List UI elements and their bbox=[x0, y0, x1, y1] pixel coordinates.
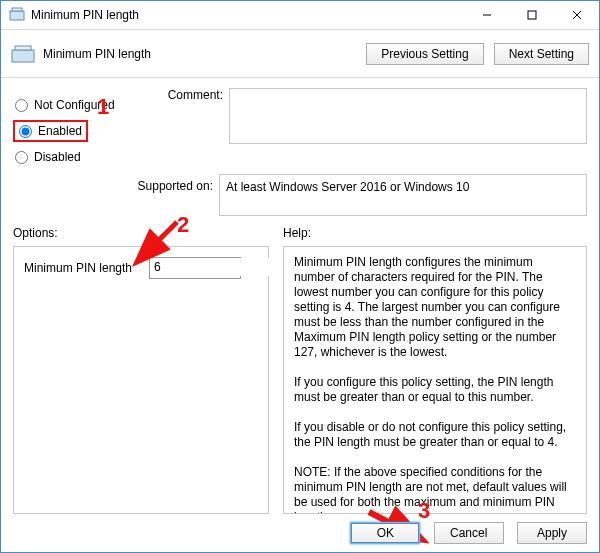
radio-not-configured[interactable]: Not Configured bbox=[13, 94, 143, 116]
options-panel: Minimum PIN length ▲ ▼ bbox=[13, 246, 269, 514]
help-label: Help: bbox=[283, 226, 587, 240]
maximize-button[interactable] bbox=[509, 1, 554, 29]
policy-icon-large bbox=[11, 45, 35, 63]
body: Not Configured Enabled Disabled Comm bbox=[1, 78, 599, 524]
header-title: Minimum PIN length bbox=[43, 47, 366, 61]
next-setting-button[interactable]: Next Setting bbox=[494, 43, 589, 65]
supported-on-box: At least Windows Server 2016 or Windows … bbox=[219, 174, 587, 216]
apply-button[interactable]: Apply bbox=[517, 522, 587, 544]
svg-rect-1 bbox=[12, 8, 22, 11]
options-label: Options: bbox=[13, 226, 269, 240]
footer: OK Cancel Apply bbox=[350, 522, 587, 544]
window: Minimum PIN length Minimum PIN length Pr… bbox=[0, 0, 600, 553]
radio-enabled-input[interactable] bbox=[19, 125, 32, 138]
close-button[interactable] bbox=[554, 1, 599, 29]
comment-textarea[interactable] bbox=[229, 88, 587, 144]
svg-rect-3 bbox=[528, 11, 536, 19]
help-panel: Minimum PIN length configures the minimu… bbox=[283, 246, 587, 514]
min-pin-length-spinner[interactable]: ▲ ▼ bbox=[149, 257, 241, 279]
radio-not-configured-input[interactable] bbox=[15, 99, 28, 112]
cancel-button[interactable]: Cancel bbox=[434, 522, 504, 544]
header: Minimum PIN length Previous Setting Next… bbox=[1, 30, 599, 78]
minimize-button[interactable] bbox=[464, 1, 509, 29]
help-text-p2: If you configure this policy setting, th… bbox=[294, 375, 576, 405]
radio-disabled[interactable]: Disabled bbox=[13, 146, 143, 168]
supported-on-label: Supported on: bbox=[13, 174, 219, 198]
window-title: Minimum PIN length bbox=[31, 8, 464, 22]
min-pin-length-label: Minimum PIN length bbox=[24, 261, 149, 275]
titlebar: Minimum PIN length bbox=[1, 1, 599, 30]
policy-icon bbox=[9, 7, 25, 23]
help-text-p4: NOTE: If the above specified conditions … bbox=[294, 465, 576, 514]
previous-setting-button[interactable]: Previous Setting bbox=[366, 43, 483, 65]
state-radio-group: Not Configured Enabled Disabled bbox=[13, 88, 143, 168]
radio-not-configured-label: Not Configured bbox=[34, 98, 115, 112]
radio-disabled-input[interactable] bbox=[15, 151, 28, 164]
comment-label: Comment: bbox=[143, 88, 229, 144]
svg-rect-6 bbox=[12, 50, 34, 62]
svg-rect-7 bbox=[15, 46, 31, 50]
help-text-p3: If you disable or do not configure this … bbox=[294, 420, 576, 450]
help-text-p1: Minimum PIN length configures the minimu… bbox=[294, 255, 576, 360]
svg-rect-0 bbox=[10, 11, 24, 20]
radio-disabled-label: Disabled bbox=[34, 150, 81, 164]
annotation-highlight-1: Enabled bbox=[13, 120, 88, 142]
radio-enabled-label: Enabled bbox=[38, 124, 82, 138]
radio-enabled[interactable]: Enabled bbox=[17, 124, 82, 138]
ok-button[interactable]: OK bbox=[350, 522, 420, 544]
supported-on-value: At least Windows Server 2016 or Windows … bbox=[226, 180, 469, 194]
